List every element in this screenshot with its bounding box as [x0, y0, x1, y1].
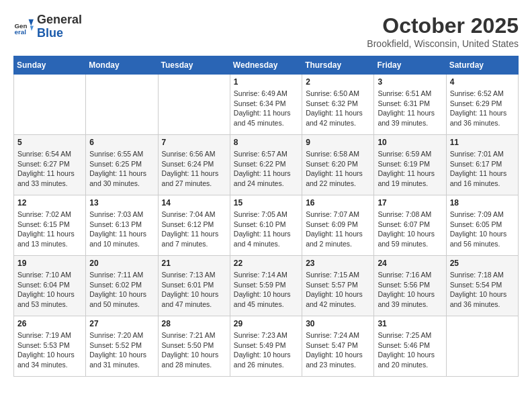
day-info: Sunrise: 6:49 AMSunset: 6:34 PMDaylight:…	[234, 89, 298, 128]
calendar-week-row: 19Sunrise: 7:10 AMSunset: 6:04 PMDayligh…	[14, 256, 519, 316]
day-number: 17	[378, 198, 442, 208]
calendar-cell: 27Sunrise: 7:20 AMSunset: 5:52 PMDayligh…	[86, 316, 158, 377]
day-info: Sunrise: 6:57 AMSunset: 6:22 PMDaylight:…	[234, 149, 298, 189]
day-info: Sunrise: 7:09 AMSunset: 6:05 PMDaylight:…	[450, 210, 515, 249]
day-number: 19	[17, 259, 82, 268]
calendar-cell: 29Sunrise: 7:23 AMSunset: 5:49 PMDayligh…	[230, 316, 302, 377]
day-number: 4	[450, 77, 515, 87]
calendar-cell	[446, 316, 518, 377]
calendar-cell	[14, 75, 86, 135]
day-info: Sunrise: 7:13 AMSunset: 6:01 PMDaylight:…	[162, 270, 226, 310]
day-info: Sunrise: 6:56 AMSunset: 6:24 PMDaylight:…	[162, 149, 226, 189]
day-info: Sunrise: 7:15 AMSunset: 5:57 PMDaylight:…	[306, 270, 370, 310]
calendar-cell: 14Sunrise: 7:04 AMSunset: 6:12 PMDayligh…	[158, 195, 230, 256]
day-info: Sunrise: 7:07 AMSunset: 6:09 PMDaylight:…	[306, 210, 370, 249]
day-info: Sunrise: 7:20 AMSunset: 5:52 PMDaylight:…	[89, 330, 154, 370]
day-info: Sunrise: 7:05 AMSunset: 6:10 PMDaylight:…	[234, 210, 298, 249]
day-info: Sunrise: 7:18 AMSunset: 5:54 PMDaylight:…	[450, 270, 515, 310]
day-number: 21	[162, 259, 226, 268]
day-info: Sunrise: 7:16 AMSunset: 5:56 PMDaylight:…	[378, 270, 442, 310]
day-number: 18	[450, 198, 515, 208]
day-info: Sunrise: 7:10 AMSunset: 6:04 PMDaylight:…	[17, 270, 82, 310]
calendar-cell	[158, 75, 230, 135]
day-number: 25	[450, 259, 515, 268]
calendar-cell: 3Sunrise: 6:51 AMSunset: 6:31 PMDaylight…	[374, 75, 446, 135]
day-info: Sunrise: 6:55 AMSunset: 6:25 PMDaylight:…	[89, 149, 154, 189]
calendar-cell: 28Sunrise: 7:21 AMSunset: 5:50 PMDayligh…	[158, 316, 230, 377]
day-info: Sunrise: 6:52 AMSunset: 6:29 PMDaylight:…	[450, 89, 515, 128]
weekday-header: Wednesday	[230, 56, 302, 75]
day-number: 6	[89, 138, 154, 147]
calendar-table: SundayMondayTuesdayWednesdayThursdayFrid…	[13, 56, 519, 377]
calendar-week-row: 26Sunrise: 7:19 AMSunset: 5:53 PMDayligh…	[14, 316, 519, 377]
day-number: 10	[378, 138, 442, 147]
calendar-cell: 19Sunrise: 7:10 AMSunset: 6:04 PMDayligh…	[14, 256, 86, 316]
calendar-week-row: 1Sunrise: 6:49 AMSunset: 6:34 PMDaylight…	[14, 75, 519, 135]
day-number: 27	[89, 319, 154, 328]
calendar-cell: 5Sunrise: 6:54 AMSunset: 6:27 PMDaylight…	[14, 135, 86, 195]
calendar-cell: 13Sunrise: 7:03 AMSunset: 6:13 PMDayligh…	[86, 195, 158, 256]
calendar-cell: 31Sunrise: 7:25 AMSunset: 5:46 PMDayligh…	[374, 316, 446, 377]
day-info: Sunrise: 7:14 AMSunset: 5:59 PMDaylight:…	[234, 270, 298, 310]
day-info: Sunrise: 6:59 AMSunset: 6:19 PMDaylight:…	[378, 149, 442, 189]
weekday-header-row: SundayMondayTuesdayWednesdayThursdayFrid…	[14, 56, 519, 75]
page-header: Gen eral General Blue October 2025 Brook…	[13, 13, 519, 49]
calendar-cell: 4Sunrise: 6:52 AMSunset: 6:29 PMDaylight…	[446, 75, 518, 135]
day-number: 23	[306, 259, 370, 268]
weekday-header: Thursday	[302, 56, 374, 75]
location: Brookfield, Wisconsin, United States	[367, 38, 519, 49]
calendar-cell: 25Sunrise: 7:18 AMSunset: 5:54 PMDayligh…	[446, 256, 518, 316]
calendar-cell: 24Sunrise: 7:16 AMSunset: 5:56 PMDayligh…	[374, 256, 446, 316]
calendar-cell: 8Sunrise: 6:57 AMSunset: 6:22 PMDaylight…	[230, 135, 302, 195]
day-number: 22	[234, 259, 298, 268]
day-number: 9	[306, 138, 370, 147]
day-info: Sunrise: 7:11 AMSunset: 6:02 PMDaylight:…	[89, 270, 154, 310]
calendar-cell: 7Sunrise: 6:56 AMSunset: 6:24 PMDaylight…	[158, 135, 230, 195]
calendar-cell: 26Sunrise: 7:19 AMSunset: 5:53 PMDayligh…	[14, 316, 86, 377]
day-number: 11	[450, 138, 515, 147]
calendar-cell: 15Sunrise: 7:05 AMSunset: 6:10 PMDayligh…	[230, 195, 302, 256]
day-number: 26	[17, 319, 82, 328]
day-number: 13	[89, 198, 154, 208]
logo-blue: Blue	[37, 27, 82, 40]
calendar-cell: 18Sunrise: 7:09 AMSunset: 6:05 PMDayligh…	[446, 195, 518, 256]
day-info: Sunrise: 7:02 AMSunset: 6:15 PMDaylight:…	[17, 210, 82, 249]
title-block: October 2025 Brookfield, Wisconsin, Unit…	[367, 13, 519, 49]
month-title: October 2025	[367, 13, 519, 38]
day-info: Sunrise: 6:58 AMSunset: 6:20 PMDaylight:…	[306, 149, 370, 189]
calendar-cell: 6Sunrise: 6:55 AMSunset: 6:25 PMDaylight…	[86, 135, 158, 195]
calendar-week-row: 5Sunrise: 6:54 AMSunset: 6:27 PMDaylight…	[14, 135, 519, 195]
weekday-header: Sunday	[14, 56, 86, 75]
calendar-cell: 30Sunrise: 7:24 AMSunset: 5:47 PMDayligh…	[302, 316, 374, 377]
day-number: 24	[378, 259, 442, 268]
weekday-header: Friday	[374, 56, 446, 75]
calendar-week-row: 12Sunrise: 7:02 AMSunset: 6:15 PMDayligh…	[14, 195, 519, 256]
day-info: Sunrise: 7:24 AMSunset: 5:47 PMDaylight:…	[306, 330, 370, 370]
day-number: 30	[306, 319, 370, 328]
day-info: Sunrise: 7:23 AMSunset: 5:49 PMDaylight:…	[234, 330, 298, 370]
svg-text:eral: eral	[15, 28, 27, 36]
calendar-cell: 1Sunrise: 6:49 AMSunset: 6:34 PMDaylight…	[230, 75, 302, 135]
day-number: 7	[162, 138, 226, 147]
calendar-cell	[86, 75, 158, 135]
day-number: 29	[234, 319, 298, 328]
logo-text: General Blue	[37, 13, 82, 40]
day-info: Sunrise: 7:21 AMSunset: 5:50 PMDaylight:…	[162, 330, 226, 370]
day-number: 12	[17, 198, 82, 208]
calendar-cell: 11Sunrise: 7:01 AMSunset: 6:17 PMDayligh…	[446, 135, 518, 195]
calendar-cell: 12Sunrise: 7:02 AMSunset: 6:15 PMDayligh…	[14, 195, 86, 256]
day-info: Sunrise: 7:03 AMSunset: 6:13 PMDaylight:…	[89, 210, 154, 249]
svg-marker-3	[30, 26, 34, 31]
weekday-header: Saturday	[446, 56, 518, 75]
day-number: 8	[234, 138, 298, 147]
svg-marker-2	[29, 19, 34, 26]
day-number: 5	[17, 138, 82, 147]
weekday-header: Tuesday	[158, 56, 230, 75]
calendar-cell: 16Sunrise: 7:07 AMSunset: 6:09 PMDayligh…	[302, 195, 374, 256]
calendar-cell: 21Sunrise: 7:13 AMSunset: 6:01 PMDayligh…	[158, 256, 230, 316]
day-number: 16	[306, 198, 370, 208]
day-number: 15	[234, 198, 298, 208]
day-number: 20	[89, 259, 154, 268]
calendar-cell: 10Sunrise: 6:59 AMSunset: 6:19 PMDayligh…	[374, 135, 446, 195]
calendar-cell: 22Sunrise: 7:14 AMSunset: 5:59 PMDayligh…	[230, 256, 302, 316]
